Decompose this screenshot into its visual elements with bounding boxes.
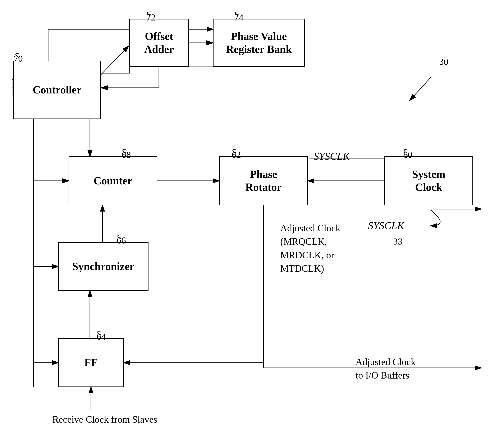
sysclk-label-bottom: SYSCLK	[368, 220, 404, 232]
controller-block: Controller	[13, 61, 101, 119]
diagram: Controller 70 OffsetAdder 72 Phase Value…	[0, 0, 504, 440]
phase-rotator-label: PhaseRotator	[245, 168, 281, 194]
offset-adder-label: OffsetAdder	[144, 30, 174, 56]
ref-33: 33	[393, 236, 402, 247]
ff-block: FF	[58, 338, 124, 387]
synchronizer-label: Synchronizer	[72, 260, 134, 273]
ff-label: FF	[84, 356, 98, 369]
system-clock-block: SystemClock	[384, 156, 473, 205]
phase-rotator-block: PhaseRotator	[219, 156, 308, 205]
offset-adder-block: OffsetAdder	[129, 19, 189, 67]
adjusted-clock-label: Adjusted Clock(MRQCLK,MRDCLK, orMTDCLK)	[280, 221, 340, 275]
phase-value-reg-label: Phase ValueRegister Bank	[226, 30, 292, 56]
controller-label: Controller	[33, 83, 82, 96]
counter-block: Counter	[69, 156, 157, 205]
phase-value-reg-block: Phase ValueRegister Bank	[213, 19, 305, 67]
counter-label: Counter	[94, 174, 132, 187]
adjusted-clock-io-label: Adjusted Clockto I/O Buffers	[355, 355, 416, 382]
receive-clock-label: Receive Clock from Slaves	[52, 414, 157, 425]
synchronizer-block: Synchronizer	[58, 242, 149, 291]
svg-line-2	[100, 46, 129, 75]
svg-line-38	[410, 77, 431, 100]
system-clock-label: SystemClock	[412, 168, 446, 194]
sysclk-label-top: SYSCLK	[314, 150, 350, 162]
ref-30: 30	[439, 56, 448, 67]
